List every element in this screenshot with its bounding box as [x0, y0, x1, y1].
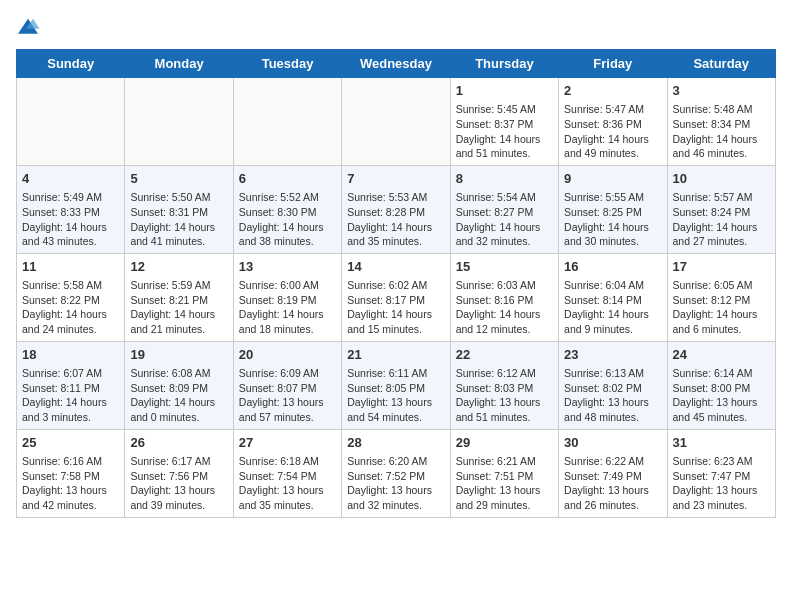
- day-number: 9: [564, 170, 661, 188]
- calendar-cell: 19Sunrise: 6:08 AMSunset: 8:09 PMDayligh…: [125, 341, 233, 429]
- day-number: 17: [673, 258, 770, 276]
- day-info: Sunrise: 6:18 AM: [239, 454, 336, 469]
- day-info: Daylight: 14 hours: [456, 307, 553, 322]
- day-info: Sunset: 8:22 PM: [22, 293, 119, 308]
- day-header-tuesday: Tuesday: [233, 50, 341, 78]
- day-info: Daylight: 14 hours: [22, 220, 119, 235]
- day-info: and 12 minutes.: [456, 322, 553, 337]
- calendar-cell: 21Sunrise: 6:11 AMSunset: 8:05 PMDayligh…: [342, 341, 450, 429]
- day-info: Sunrise: 6:04 AM: [564, 278, 661, 293]
- day-info: and 35 minutes.: [239, 498, 336, 513]
- day-info: Sunrise: 6:11 AM: [347, 366, 444, 381]
- day-info: and 51 minutes.: [456, 410, 553, 425]
- day-info: Sunset: 7:49 PM: [564, 469, 661, 484]
- day-info: Daylight: 14 hours: [130, 307, 227, 322]
- day-info: Daylight: 13 hours: [22, 483, 119, 498]
- week-row-2: 4Sunrise: 5:49 AMSunset: 8:33 PMDaylight…: [17, 165, 776, 253]
- day-info: Sunset: 8:34 PM: [673, 117, 770, 132]
- day-info: Sunset: 8:00 PM: [673, 381, 770, 396]
- day-info: Sunrise: 6:03 AM: [456, 278, 553, 293]
- day-info: Sunrise: 5:59 AM: [130, 278, 227, 293]
- day-info: Sunset: 8:12 PM: [673, 293, 770, 308]
- day-info: Sunset: 8:24 PM: [673, 205, 770, 220]
- day-info: Sunrise: 5:57 AM: [673, 190, 770, 205]
- day-number: 10: [673, 170, 770, 188]
- day-info: Sunrise: 6:00 AM: [239, 278, 336, 293]
- day-number: 12: [130, 258, 227, 276]
- day-info: Daylight: 13 hours: [673, 395, 770, 410]
- day-number: 28: [347, 434, 444, 452]
- calendar-cell: 6Sunrise: 5:52 AMSunset: 8:30 PMDaylight…: [233, 165, 341, 253]
- day-info: Sunrise: 5:49 AM: [22, 190, 119, 205]
- calendar-cell: 20Sunrise: 6:09 AMSunset: 8:07 PMDayligh…: [233, 341, 341, 429]
- day-number: 6: [239, 170, 336, 188]
- day-number: 22: [456, 346, 553, 364]
- calendar-cell: 8Sunrise: 5:54 AMSunset: 8:27 PMDaylight…: [450, 165, 558, 253]
- day-info: and 24 minutes.: [22, 322, 119, 337]
- day-info: Sunset: 8:05 PM: [347, 381, 444, 396]
- day-info: Sunset: 8:25 PM: [564, 205, 661, 220]
- day-number: 21: [347, 346, 444, 364]
- day-info: Daylight: 13 hours: [347, 395, 444, 410]
- day-header-thursday: Thursday: [450, 50, 558, 78]
- day-info: and 0 minutes.: [130, 410, 227, 425]
- week-row-1: 1Sunrise: 5:45 AMSunset: 8:37 PMDaylight…: [17, 78, 776, 166]
- day-number: 8: [456, 170, 553, 188]
- day-info: and 26 minutes.: [564, 498, 661, 513]
- day-info: Sunrise: 5:50 AM: [130, 190, 227, 205]
- day-info: Sunset: 8:28 PM: [347, 205, 444, 220]
- day-info: Sunrise: 6:16 AM: [22, 454, 119, 469]
- day-info: Daylight: 13 hours: [456, 395, 553, 410]
- day-info: Daylight: 13 hours: [564, 395, 661, 410]
- calendar-cell: [342, 78, 450, 166]
- calendar-cell: 15Sunrise: 6:03 AMSunset: 8:16 PMDayligh…: [450, 253, 558, 341]
- day-info: and 6 minutes.: [673, 322, 770, 337]
- day-info: and 32 minutes.: [347, 498, 444, 513]
- day-info: Daylight: 14 hours: [22, 307, 119, 322]
- day-number: 30: [564, 434, 661, 452]
- day-info: Daylight: 14 hours: [564, 307, 661, 322]
- day-info: and 29 minutes.: [456, 498, 553, 513]
- day-info: Daylight: 14 hours: [347, 220, 444, 235]
- day-info: Sunrise: 6:23 AM: [673, 454, 770, 469]
- calendar-cell: 11Sunrise: 5:58 AMSunset: 8:22 PMDayligh…: [17, 253, 125, 341]
- day-info: Sunrise: 5:55 AM: [564, 190, 661, 205]
- day-info: Sunrise: 6:14 AM: [673, 366, 770, 381]
- week-row-4: 18Sunrise: 6:07 AMSunset: 8:11 PMDayligh…: [17, 341, 776, 429]
- day-info: Sunrise: 6:08 AM: [130, 366, 227, 381]
- day-info: Daylight: 14 hours: [130, 220, 227, 235]
- calendar-cell: 27Sunrise: 6:18 AMSunset: 7:54 PMDayligh…: [233, 429, 341, 517]
- day-info: and 54 minutes.: [347, 410, 444, 425]
- day-info: and 42 minutes.: [22, 498, 119, 513]
- calendar-cell: 25Sunrise: 6:16 AMSunset: 7:58 PMDayligh…: [17, 429, 125, 517]
- day-info: Sunset: 7:56 PM: [130, 469, 227, 484]
- day-info: Sunset: 8:27 PM: [456, 205, 553, 220]
- day-info: Daylight: 14 hours: [239, 220, 336, 235]
- day-info: Sunrise: 6:07 AM: [22, 366, 119, 381]
- day-info: Sunset: 8:30 PM: [239, 205, 336, 220]
- calendar-cell: 10Sunrise: 5:57 AMSunset: 8:24 PMDayligh…: [667, 165, 775, 253]
- day-info: Sunset: 8:36 PM: [564, 117, 661, 132]
- day-info: Sunset: 8:21 PM: [130, 293, 227, 308]
- calendar-cell: 23Sunrise: 6:13 AMSunset: 8:02 PMDayligh…: [559, 341, 667, 429]
- week-row-5: 25Sunrise: 6:16 AMSunset: 7:58 PMDayligh…: [17, 429, 776, 517]
- day-header-sunday: Sunday: [17, 50, 125, 78]
- day-info: Daylight: 13 hours: [456, 483, 553, 498]
- calendar-cell: 26Sunrise: 6:17 AMSunset: 7:56 PMDayligh…: [125, 429, 233, 517]
- calendar-cell: 4Sunrise: 5:49 AMSunset: 8:33 PMDaylight…: [17, 165, 125, 253]
- day-info: Daylight: 14 hours: [22, 395, 119, 410]
- day-number: 2: [564, 82, 661, 100]
- calendar-cell: 12Sunrise: 5:59 AMSunset: 8:21 PMDayligh…: [125, 253, 233, 341]
- day-info: and 51 minutes.: [456, 146, 553, 161]
- day-info: Sunrise: 5:47 AM: [564, 102, 661, 117]
- calendar-cell: 5Sunrise: 5:50 AMSunset: 8:31 PMDaylight…: [125, 165, 233, 253]
- day-info: and 49 minutes.: [564, 146, 661, 161]
- day-number: 3: [673, 82, 770, 100]
- day-info: Sunrise: 6:02 AM: [347, 278, 444, 293]
- calendar-cell: 3Sunrise: 5:48 AMSunset: 8:34 PMDaylight…: [667, 78, 775, 166]
- day-info: Sunrise: 5:48 AM: [673, 102, 770, 117]
- day-info: Daylight: 13 hours: [130, 483, 227, 498]
- day-info: Sunset: 8:37 PM: [456, 117, 553, 132]
- logo: [16, 16, 44, 37]
- calendar-cell: 31Sunrise: 6:23 AMSunset: 7:47 PMDayligh…: [667, 429, 775, 517]
